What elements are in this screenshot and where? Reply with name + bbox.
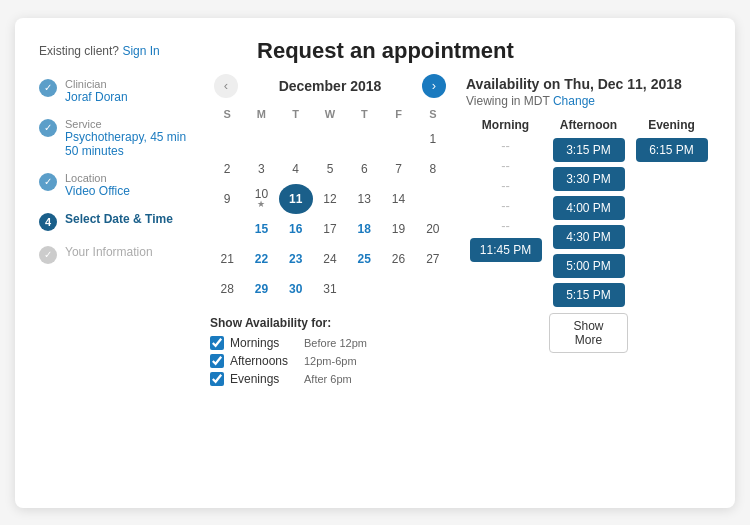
afternoons-desc: 12pm-6pm	[304, 355, 357, 367]
afternoons-checkbox[interactable]	[210, 354, 224, 368]
dow-w: W	[313, 106, 347, 124]
cal-day-2[interactable]: 2	[210, 154, 244, 184]
afternoon-slot-500: 5:00 PM	[549, 254, 628, 278]
service-value[interactable]: Psychotherapy, 45 min	[65, 130, 186, 144]
clinician-value[interactable]: Joraf Doran	[65, 90, 128, 104]
evenings-label: Evenings	[230, 372, 298, 386]
afternoon-slot-315: 3:15 PM	[549, 138, 628, 162]
morning-slot-4: --	[466, 198, 545, 213]
filter-title: Show Availability for:	[210, 316, 450, 330]
show-more-button[interactable]: Show More	[549, 313, 628, 353]
cal-day-18[interactable]: 18	[347, 214, 381, 244]
filter-mornings: Mornings Before 12pm	[210, 336, 450, 350]
cal-day-27[interactable]: 27	[416, 244, 450, 274]
cal-day-28[interactable]: 28	[210, 274, 244, 304]
cal-day-6[interactable]: 6	[347, 154, 381, 184]
evening-slot-615: 6:15 PM	[632, 138, 711, 162]
cal-day-11[interactable]: 11	[279, 184, 313, 214]
cal-day-31[interactable]: 31	[313, 274, 347, 304]
location-label: Location	[65, 172, 130, 184]
cal-day-empty3	[347, 274, 381, 304]
afternoon-column: Afternoon 3:15 PM 3:30 PM 4:00 PM 4:30 P…	[549, 118, 628, 353]
morning-slot-6: 11:45 PM	[466, 238, 545, 262]
availability-subtitle: Viewing in MDT Change	[466, 94, 711, 108]
calendar-next-button[interactable]: ›	[422, 74, 446, 98]
morning-column: Morning -- -- -- -- -- 11:45 PM	[466, 118, 545, 353]
cal-day-19[interactable]: 19	[381, 214, 415, 244]
sidebar-item-datetime: 4 Select Date & Time	[39, 212, 194, 231]
cal-day-26[interactable]: 26	[381, 244, 415, 274]
morning-slot-2: --	[466, 158, 545, 173]
cal-day-empty	[210, 124, 244, 154]
cal-day-13[interactable]: 13	[347, 184, 381, 214]
cal-day-17[interactable]: 17	[313, 214, 347, 244]
time-button-500pm[interactable]: 5:00 PM	[553, 254, 625, 278]
cal-day-8[interactable]: 8	[416, 154, 450, 184]
dow-s2: S	[416, 106, 450, 124]
cal-day-empty5	[416, 274, 450, 304]
main-card: Existing client? Sign In Request an appo…	[15, 18, 735, 508]
cal-day-30[interactable]: 30	[279, 274, 313, 304]
cal-day-7[interactable]: 7	[381, 154, 415, 184]
availability-section: Availability on Thu, Dec 11, 2018 Viewin…	[466, 74, 711, 390]
dow-m: M	[244, 106, 278, 124]
change-link[interactable]: Change	[553, 94, 595, 108]
time-button-615pm[interactable]: 6:15 PM	[636, 138, 708, 162]
check-icon-service: ✓	[39, 119, 57, 137]
dow-s1: S	[210, 106, 244, 124]
cal-day-15b[interactable]: 15	[244, 214, 278, 244]
time-button-315pm[interactable]: 3:15 PM	[553, 138, 625, 162]
mornings-desc: Before 12pm	[304, 337, 367, 349]
cal-day-29[interactable]: 29	[244, 274, 278, 304]
time-button-515pm[interactable]: 5:15 PM	[553, 283, 625, 307]
datetime-label[interactable]: Select Date & Time	[65, 212, 173, 226]
service-duration[interactable]: 50 minutes	[65, 144, 186, 158]
check-icon-clinician: ✓	[39, 79, 57, 97]
sign-in-link[interactable]: Sign In	[122, 44, 159, 58]
dow-t2: T	[347, 106, 381, 124]
afternoon-slot-430: 4:30 PM	[549, 225, 628, 249]
morning-slot-3: --	[466, 178, 545, 193]
cal-day-14[interactable]: 14	[381, 184, 415, 214]
time-button-1145pm[interactable]: 11:45 PM	[470, 238, 542, 262]
afternoon-slot-400: 4:00 PM	[549, 196, 628, 220]
morning-slot-5: --	[466, 218, 545, 233]
cal-day-5[interactable]: 5	[313, 154, 347, 184]
cal-day-empty4	[381, 274, 415, 304]
step-4-icon: 4	[39, 213, 57, 231]
cal-day-empty	[244, 124, 278, 154]
availability-columns: Morning -- -- -- -- -- 11:45 PM Afternoo…	[466, 118, 711, 353]
content-area: ✓ Clinician Joraf Doran ✓ Service Psycho…	[39, 74, 711, 390]
time-button-400pm[interactable]: 4:00 PM	[553, 196, 625, 220]
availability-title: Availability on Thu, Dec 11, 2018	[466, 76, 711, 92]
evenings-checkbox[interactable]	[210, 372, 224, 386]
inactive-icon-yourinfo: ✓	[39, 246, 57, 264]
existing-client-text: Existing client? Sign In	[39, 44, 160, 58]
cal-day-3[interactable]: 3	[244, 154, 278, 184]
sidebar-item-service: ✓ Service Psychotherapy, 45 min 50 minut…	[39, 118, 194, 158]
time-button-430pm[interactable]: 4:30 PM	[553, 225, 625, 249]
cal-day-23[interactable]: 23	[279, 244, 313, 274]
filter-evenings: Evenings After 6pm	[210, 372, 450, 386]
cal-day-1[interactable]: 1	[416, 124, 450, 154]
cal-day-25[interactable]: 25	[347, 244, 381, 274]
location-value[interactable]: Video Office	[65, 184, 130, 198]
cal-day-10[interactable]: 10★	[244, 184, 278, 214]
sidebar: ✓ Clinician Joraf Doran ✓ Service Psycho…	[39, 74, 194, 390]
cal-day-16[interactable]: 16	[279, 214, 313, 244]
cal-day-12[interactable]: 12	[313, 184, 347, 214]
cal-day-empty	[279, 124, 313, 154]
cal-day-9[interactable]: 9	[210, 184, 244, 214]
calendar-prev-button[interactable]: ‹	[214, 74, 238, 98]
mornings-checkbox[interactable]	[210, 336, 224, 350]
cal-day-empty	[313, 124, 347, 154]
cal-day-4[interactable]: 4	[279, 154, 313, 184]
cal-day-20[interactable]: 20	[416, 214, 450, 244]
afternoon-header: Afternoon	[549, 118, 628, 132]
service-label: Service	[65, 118, 186, 130]
time-button-330pm[interactable]: 3:30 PM	[553, 167, 625, 191]
cal-day-22[interactable]: 22	[244, 244, 278, 274]
morning-slot-1: --	[466, 138, 545, 153]
cal-day-21[interactable]: 21	[210, 244, 244, 274]
cal-day-24[interactable]: 24	[313, 244, 347, 274]
